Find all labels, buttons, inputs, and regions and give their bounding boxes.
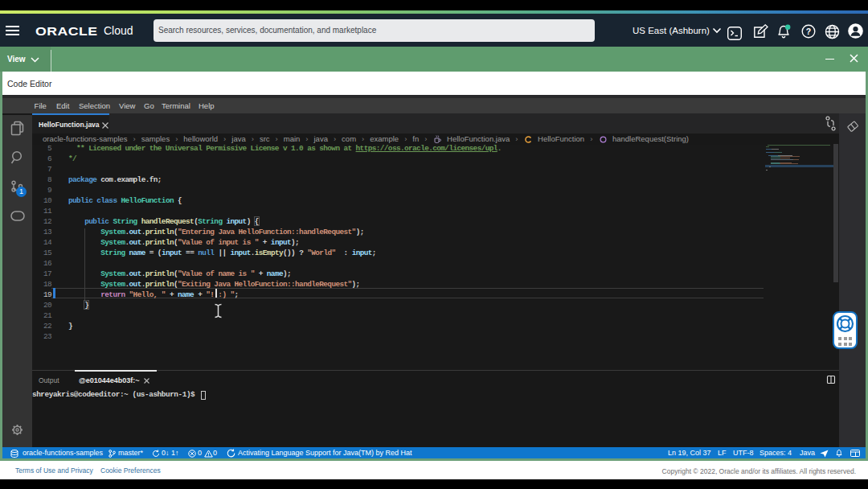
svg-text:?: ?: [806, 27, 811, 36]
